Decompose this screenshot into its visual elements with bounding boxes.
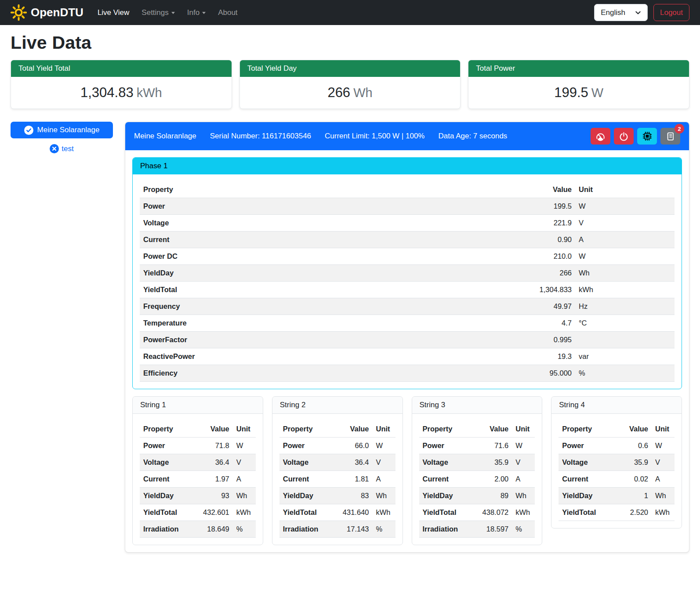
property-cell: Power <box>419 438 472 454</box>
value-cell: 432.601 <box>192 504 233 521</box>
unit-cell: A <box>233 471 256 488</box>
nav-item-info[interactable]: Info <box>181 5 212 21</box>
unit-cell: W <box>233 438 256 454</box>
unit-cell: A <box>652 471 675 488</box>
card-unit: kWh <box>137 86 162 100</box>
phase-1-card: Phase 1 PropertyValueUnit Power199.5WVol… <box>132 157 682 389</box>
card-title: Total Power <box>468 60 689 77</box>
value-cell: 49.97 <box>400 298 575 315</box>
nav-item-about[interactable]: About <box>212 5 243 21</box>
value-cell: 210.0 <box>400 248 575 265</box>
string-title: String 4 <box>551 397 682 414</box>
table-row: Irradiation18.597% <box>419 521 535 538</box>
card-value: 1,304.83 <box>80 85 134 100</box>
table-row: ReactivePower19.3var <box>140 348 675 365</box>
property-cell: Irradiation <box>140 521 192 538</box>
brand[interactable]: OpenDTU <box>11 4 83 21</box>
unit-cell <box>575 332 675 348</box>
value-cell: 35.9 <box>616 454 652 471</box>
table-row: Irradiation17.143% <box>279 521 395 538</box>
string-title: String 2 <box>272 397 403 414</box>
limit-settings-button[interactable] <box>591 128 610 145</box>
property-cell: PowerFactor <box>140 332 400 348</box>
value-header: Value <box>471 421 512 438</box>
inverter-item-test[interactable]: test <box>50 144 73 153</box>
inverter-card-body: Phase 1 PropertyValueUnit Power199.5WVol… <box>125 150 689 552</box>
table-row: Power71.8W <box>140 438 256 454</box>
unit-cell: Wh <box>575 265 675 282</box>
unit-cell: kWh <box>373 504 395 521</box>
nav-item-live-view[interactable]: Live View <box>91 5 135 21</box>
value-cell: 2.00 <box>471 471 512 488</box>
value-cell: 4.7 <box>400 315 575 332</box>
card-unit: W <box>591 86 603 100</box>
value-cell: 17.143 <box>332 521 373 538</box>
property-cell: YieldTotal <box>140 504 192 521</box>
inverter-select-button[interactable]: Meine Solaranlage <box>11 122 113 138</box>
nav-right: English Logout <box>594 4 689 21</box>
unit-cell: V <box>512 454 535 471</box>
value-cell: 0.90 <box>400 232 575 248</box>
table-row: YieldDay266Wh <box>140 265 675 282</box>
table-row: PowerFactor0.995 <box>140 332 675 348</box>
card-unit: Wh <box>353 86 373 100</box>
power-icon <box>619 132 628 141</box>
table-row: YieldTotal2.520kWh <box>559 504 675 521</box>
property-header: Property <box>559 421 615 438</box>
strings-row: String 1 PropertyValueUnit Power71.8WVol… <box>132 396 682 545</box>
value-cell: 2.520 <box>616 504 652 521</box>
device-info-button[interactable] <box>637 128 657 145</box>
value-cell: 18.649 <box>192 521 233 538</box>
unit-cell: % <box>575 365 675 382</box>
value-cell: 431.640 <box>332 504 373 521</box>
event-log-button[interactable]: 2 <box>660 128 680 145</box>
value-cell: 0.995 <box>400 332 575 348</box>
unit-header: Unit <box>652 421 675 438</box>
value-cell: 199.5 <box>400 198 575 215</box>
card-title: Total Yield Total <box>11 60 232 77</box>
value-cell: 71.8 <box>192 438 233 454</box>
card-value-row: 199.5W <box>468 77 689 109</box>
property-cell: Irradiation <box>419 521 472 538</box>
nav-links: Live View Settings Info About <box>91 5 244 21</box>
property-cell: YieldTotal <box>559 504 615 521</box>
language-select[interactable]: English <box>594 4 648 21</box>
check-circle-icon <box>24 126 33 135</box>
unit-cell: W <box>575 198 675 215</box>
unit-cell: A <box>373 471 395 488</box>
inverter-select-label: Meine Solaranlage <box>37 126 100 134</box>
speedometer-icon <box>596 132 605 141</box>
property-header: Property <box>140 181 400 198</box>
nav-item-settings[interactable]: Settings <box>135 5 181 21</box>
string-1-card: String 1 PropertyValueUnit Power71.8WVol… <box>132 396 263 545</box>
value-cell: 95.000 <box>400 365 575 382</box>
table-row: Voltage221.9V <box>140 215 675 232</box>
table-row: Power199.5W <box>140 198 675 215</box>
table-row: YieldTotal438.072kWh <box>419 504 535 521</box>
value-header: Value <box>192 421 233 438</box>
string-1-table: PropertyValueUnit Power71.8WVoltage36.4V… <box>140 421 256 538</box>
value-cell: 36.4 <box>332 454 373 471</box>
property-cell: YieldDay <box>279 488 332 504</box>
logout-button[interactable]: Logout <box>653 4 689 21</box>
power-toggle-button[interactable] <box>614 128 634 145</box>
property-cell: Current <box>140 471 192 488</box>
table-row: Power0.6W <box>559 438 675 454</box>
unit-header: Unit <box>512 421 535 438</box>
unit-cell: Wh <box>373 488 395 504</box>
property-cell: Temperature <box>140 315 400 332</box>
value-cell: 266 <box>400 265 575 282</box>
language-value: English <box>601 8 625 17</box>
property-cell: Efficiency <box>140 365 400 382</box>
string-title: String 1 <box>133 397 263 414</box>
property-cell: Frequency <box>140 298 400 315</box>
table-row: Power66.0W <box>279 438 395 454</box>
chevron-down-icon <box>171 12 175 14</box>
unit-cell: % <box>233 521 256 538</box>
property-header: Property <box>140 421 192 438</box>
brand-label: OpenDTU <box>31 6 83 19</box>
x-circle-icon <box>50 144 59 153</box>
property-cell: Power DC <box>140 248 400 265</box>
value-cell: 0.02 <box>616 471 652 488</box>
value-header: Value <box>400 181 575 198</box>
